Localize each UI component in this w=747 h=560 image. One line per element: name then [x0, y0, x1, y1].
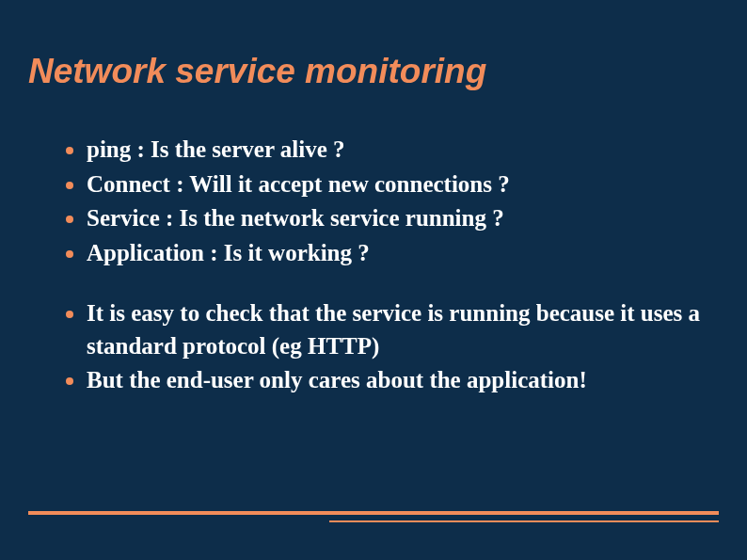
bullet-text: But the end-user only cares about the ap…: [87, 364, 719, 397]
bullet-icon: [66, 182, 73, 189]
footer-divider: [28, 511, 719, 522]
slide-title: Network service monitoring: [28, 52, 719, 91]
bullet-icon: [66, 147, 73, 154]
list-item: But the end-user only cares about the ap…: [66, 364, 719, 397]
list-item: It is easy to check that the service is …: [66, 297, 719, 362]
bullet-text: Service : Is the network service running…: [87, 202, 719, 235]
bullet-icon: [66, 377, 73, 385]
bullet-icon: [66, 250, 73, 258]
bullet-text: Connect : Will it accept new connections…: [87, 168, 719, 201]
bullet-text: It is easy to check that the service is …: [87, 297, 719, 362]
bullet-text: Application : Is it working ?: [87, 237, 719, 270]
bullet-icon: [66, 216, 73, 223]
bullet-text: ping : Is the server alive ?: [87, 134, 719, 167]
list-item: Application : Is it working ?: [66, 237, 719, 270]
slide: Network service monitoring ping : Is the…: [0, 0, 747, 560]
bullet-group-1: ping : Is the server alive ? Connect : W…: [28, 134, 719, 269]
list-item: Connect : Will it accept new connections…: [66, 168, 719, 201]
list-item: Service : Is the network service running…: [66, 202, 719, 235]
divider-thick: [28, 511, 719, 515]
bullet-group-2: It is easy to check that the service is …: [28, 297, 719, 397]
bullet-icon: [66, 311, 73, 318]
divider-thin: [329, 520, 719, 522]
list-item: ping : Is the server alive ?: [66, 134, 719, 167]
